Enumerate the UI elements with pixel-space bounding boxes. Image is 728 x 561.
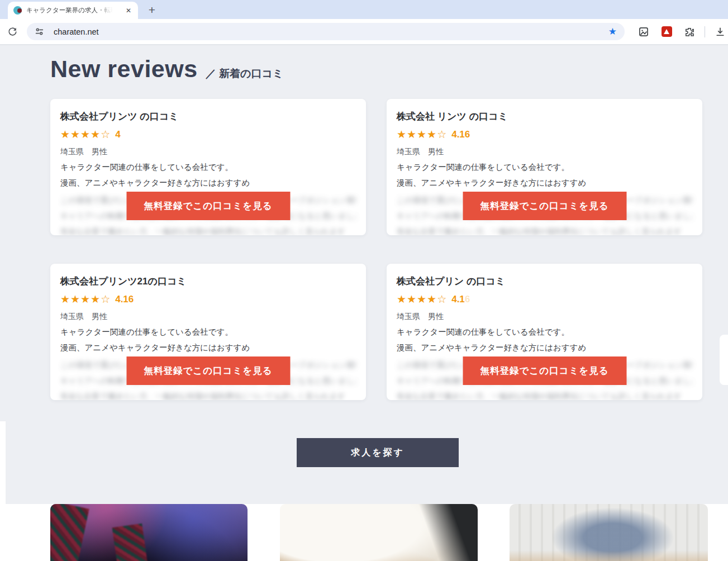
view-review-button[interactable]: 無料登録でこの口コミを見る: [463, 356, 626, 385]
image-icon: [638, 26, 649, 37]
tab-title: キャラクター業界の求人・転職な: [26, 6, 115, 15]
page-title: New reviews: [50, 55, 198, 83]
tab-strip: キャラクター業界の求人・転職な ✕ +: [0, 0, 728, 19]
company-review-title: 株式会社プリン の口コミ: [397, 275, 692, 288]
web-page: New reviews ／ 新着の口コミ 株式会社プリンツ の口コミ ★★★★☆…: [0, 45, 728, 560]
extensions-button[interactable]: [682, 24, 697, 40]
rating-value: 4.16: [451, 129, 470, 140]
photo-cushion-floor: [280, 504, 478, 561]
rating-row: ★★★★☆ 4: [60, 128, 356, 141]
view-review-button[interactable]: 無料登録でこの口コミを見る: [126, 192, 290, 220]
page-subtitle: ／ 新着の口コミ: [206, 66, 284, 81]
review-line-1: キャラクター関連の仕事をしている会社です。: [397, 162, 692, 173]
browser-tab[interactable]: キャラクター業界の求人・転職な ✕: [8, 2, 138, 19]
search-jobs-button[interactable]: 求人を探す: [297, 438, 459, 467]
reviewer-meta: 埼玉県 男性: [397, 312, 692, 322]
review-line-2: 漫画、アニメやキャラクター好きな方にはおすすめ: [60, 343, 356, 353]
review-line-2: 漫画、アニメやキャラクター好きな方にはおすすめ: [60, 178, 356, 188]
company-review-title: 株式会社プリンツ21の口コミ: [60, 275, 356, 288]
rating-row: ★★★★☆ 4.16: [60, 293, 356, 306]
reviewer-meta: 埼玉県 男性: [397, 147, 692, 157]
star-rating-icons: ★★★★☆: [60, 128, 111, 141]
address-bar[interactable]: charaten.net ★: [27, 23, 625, 40]
site-favicon-icon: [13, 6, 22, 15]
section-heading: New reviews ／ 新着の口コミ: [50, 55, 283, 83]
new-tab-button[interactable]: +: [144, 2, 160, 18]
acrobat-icon: [662, 26, 672, 37]
media-extension-button[interactable]: [636, 24, 651, 40]
rating-value: 4: [115, 129, 120, 140]
pdf-extension-button[interactable]: [659, 24, 674, 40]
review-card: 株式会社プリン の口コミ ★★★★☆ 4.1 6 埼玉県 男性 キャラクター関連…: [387, 264, 702, 400]
review-card: 株式会社プリンツ21の口コミ ★★★★☆ 4.16 埼玉県 男性 キャラクター関…: [50, 264, 366, 400]
view-review-button[interactable]: 無料登録でこの口コミを見る: [463, 192, 626, 220]
tab-close-icon[interactable]: ✕: [123, 6, 134, 16]
rating-row: ★★★★☆ 4.16: [397, 128, 692, 141]
star-rating-icons: ★★★★☆: [397, 293, 447, 306]
reviews-grid: 株式会社プリンツ の口コミ ★★★★☆ 4 埼玉県 男性 キャラクター関連の仕事…: [50, 99, 702, 400]
review-line-2: 漫画、アニメやキャラクター好きな方にはおすすめ: [397, 343, 692, 353]
star-rating-icons: ★★★★☆: [397, 128, 447, 141]
toolbar-extensions-area: [636, 24, 728, 40]
company-review-title: 株式会社 リンツ の口コミ: [397, 110, 692, 123]
rating-value-faded: 6: [465, 294, 470, 305]
star-rating-icons: ★★★★☆: [60, 293, 111, 306]
browser-toolbar: charaten.net ★: [0, 19, 728, 45]
url-text[interactable]: charaten.net: [54, 27, 99, 36]
bookmark-star-icon[interactable]: ★: [608, 26, 617, 37]
photo-keyboard-purple: [50, 504, 248, 561]
review-card: 株式会社プリンツ の口コミ ★★★★☆ 4 埼玉県 男性 キャラクター関連の仕事…: [50, 99, 366, 235]
side-floating-tab[interactable]: [720, 335, 728, 385]
view-review-button[interactable]: 無料登録でこの口コミを見る: [126, 356, 290, 385]
review-line-2: 漫画、アニメやキャラクター好きな方にはおすすめ: [397, 178, 692, 188]
reviewer-meta: 埼玉県 男性: [60, 147, 356, 157]
review-line-1: キャラクター関連の仕事をしている会社です。: [397, 327, 692, 337]
rating-row: ★★★★☆ 4.1 6: [397, 293, 692, 306]
toolbar-separator: [705, 26, 705, 37]
downloads-button[interactable]: [712, 24, 728, 40]
review-line-1: キャラクター関連の仕事をしている会社です。: [60, 162, 356, 173]
photo-woodworking: [510, 504, 708, 561]
puzzle-icon: [684, 26, 695, 37]
rating-value: 4.16: [115, 294, 134, 305]
site-settings-icon[interactable]: [32, 25, 46, 39]
reviewer-meta: 埼玉県 男性: [60, 312, 356, 322]
reload-button[interactable]: [4, 24, 20, 40]
download-icon: [715, 26, 726, 37]
company-review-title: 株式会社プリンツ の口コミ: [60, 110, 356, 123]
review-line-1: キャラクター関連の仕事をしている会社です。: [60, 327, 356, 337]
reload-icon: [7, 26, 18, 37]
rating-value: 4.1: [451, 294, 465, 305]
review-card: 株式会社 リンツ の口コミ ★★★★☆ 4.16 埼玉県 男性 キャラクター関連…: [387, 99, 702, 235]
